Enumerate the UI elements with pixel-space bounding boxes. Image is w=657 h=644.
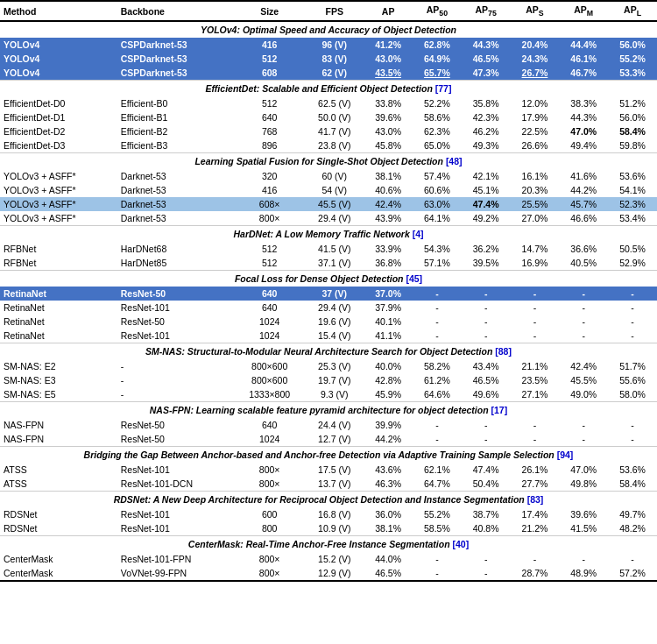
section-header-8: RDSNet: A New Deep Architecture for Reci… <box>0 492 657 508</box>
ap-cell: 43.5% <box>364 66 413 81</box>
method-cell: YOLOv3 + ASFF* <box>0 211 117 226</box>
fps-cell: 37.1 (V) <box>305 256 364 271</box>
apm-cell: 46.1% <box>559 52 608 66</box>
aps-cell: 17.9% <box>511 110 560 124</box>
ap75-cell: 46.5% <box>462 373 511 387</box>
ap-cell: 40.1% <box>364 315 413 329</box>
size-cell: 640 <box>234 418 305 432</box>
backbone-cell: ResNet-101 <box>117 463 234 477</box>
ap-cell: 42.8% <box>364 373 413 387</box>
aps-cell: 21.2% <box>511 521 560 536</box>
table-row: RetinaNetResNet-50102419.6 (V)40.1%----- <box>0 315 657 329</box>
apl-cell: 48.2% <box>608 521 657 536</box>
apm-cell: 39.6% <box>559 507 608 521</box>
ap75-cell: 47.4% <box>462 463 511 477</box>
method-cell: EfficientDet-D1 <box>0 110 117 124</box>
table-row: CenterMaskResNet-101-FPN800×15.2 (V)44.0… <box>0 552 657 566</box>
apl-cell: 58.4% <box>608 124 657 138</box>
ap50-cell: 64.1% <box>413 211 462 226</box>
ap-cell: 41.2% <box>364 38 413 52</box>
fps-cell: 15.4 (V) <box>305 329 364 343</box>
ap50-cell: 63.0% <box>413 197 462 211</box>
backbone-cell: Darknet-53 <box>117 211 234 226</box>
apm-cell: 49.0% <box>559 387 608 402</box>
ap50-cell: 58.2% <box>413 359 462 373</box>
apm-cell: - <box>559 287 608 301</box>
backbone-cell: HarDNet85 <box>117 256 234 271</box>
apm-cell: - <box>559 552 608 566</box>
ap-cell: 41.1% <box>364 329 413 343</box>
apl-cell: - <box>608 315 657 329</box>
table-row: EfficientDet-D0Efficient-B051262.5 (V)33… <box>0 96 657 110</box>
comparison-table: Method Backbone Size FPS AP AP50 AP75 AP… <box>0 0 657 582</box>
size-cell: 600 <box>234 507 305 521</box>
ap-cell: 39.9% <box>364 418 413 432</box>
fps-cell: 41.5 (V) <box>305 242 364 256</box>
ap-cell: 38.1% <box>364 169 413 183</box>
ap-cell: 44.2% <box>364 432 413 447</box>
aps-cell: 12.0% <box>511 96 560 110</box>
col-ap75: AP75 <box>462 1 511 21</box>
ap75-cell: 40.8% <box>462 521 511 536</box>
apm-cell: 46.6% <box>559 211 608 226</box>
table-row: EfficientDet-D1Efficient-B164050.0 (V)39… <box>0 110 657 124</box>
apm-cell: 38.3% <box>559 96 608 110</box>
ap50-cell: 62.1% <box>413 463 462 477</box>
backbone-cell: ResNet-101 <box>117 329 234 343</box>
backbone-cell: ResNet-101-FPN <box>117 552 234 566</box>
ap75-cell: - <box>462 418 511 432</box>
aps-cell: 26.6% <box>511 138 560 153</box>
fps-cell: 17.5 (V) <box>305 463 364 477</box>
section-header-0: YOLOv4: Optimal Speed and Accuracy of Ob… <box>0 21 657 38</box>
table-row: YOLOv3 + ASFF*Darknet-5332060 (V)38.1%57… <box>0 169 657 183</box>
fps-cell: 96 (V) <box>305 38 364 52</box>
ap75-cell: 46.2% <box>462 124 511 138</box>
fps-cell: 19.6 (V) <box>305 315 364 329</box>
backbone-cell: ResNet-50 <box>117 432 234 447</box>
fps-cell: 12.9 (V) <box>305 566 364 581</box>
apm-cell: 45.7% <box>559 197 608 211</box>
ap75-cell: 49.3% <box>462 138 511 153</box>
backbone-cell: ResNet-50 <box>117 287 234 301</box>
apl-cell: - <box>608 432 657 447</box>
aps-cell: - <box>511 301 560 315</box>
backbone-cell: ResNet-50 <box>117 315 234 329</box>
aps-cell: 25.5% <box>511 197 560 211</box>
method-cell: YOLOv3 + ASFF* <box>0 183 117 197</box>
ap75-cell: 45.1% <box>462 183 511 197</box>
size-cell: 512 <box>234 256 305 271</box>
apl-cell: 55.6% <box>608 373 657 387</box>
aps-cell: 21.1% <box>511 359 560 373</box>
method-cell: EfficientDet-D0 <box>0 96 117 110</box>
apm-cell: - <box>559 301 608 315</box>
method-cell: RFBNet <box>0 256 117 271</box>
ap75-cell: - <box>462 287 511 301</box>
ap50-cell: 57.4% <box>413 169 462 183</box>
method-cell: YOLOv4 <box>0 38 117 52</box>
apl-cell: - <box>608 552 657 566</box>
section-header-6: NAS-FPN: Learning scalable feature pyram… <box>0 402 657 419</box>
ap50-cell: 65.7% <box>413 66 462 81</box>
size-cell: 1333×800 <box>234 387 305 402</box>
ap50-cell: - <box>413 301 462 315</box>
ap75-cell: - <box>462 432 511 447</box>
fps-cell: 60 (V) <box>305 169 364 183</box>
table-row: SM-NAS: E2-800×60025.3 (V)40.0%58.2%43.4… <box>0 359 657 373</box>
method-cell: EfficientDet-D3 <box>0 138 117 153</box>
method-cell: RFBNet <box>0 242 117 256</box>
size-cell: 640 <box>234 301 305 315</box>
fps-cell: 15.2 (V) <box>305 552 364 566</box>
apl-cell: 49.7% <box>608 507 657 521</box>
ap-cell: 36.0% <box>364 507 413 521</box>
apl-cell: - <box>608 301 657 315</box>
apm-cell: - <box>559 315 608 329</box>
aps-cell: - <box>511 432 560 447</box>
ap75-cell: 35.8% <box>462 96 511 110</box>
ap-cell: 45.9% <box>364 387 413 402</box>
ap-cell: 33.8% <box>364 96 413 110</box>
size-cell: 800× <box>234 463 305 477</box>
size-cell: 640 <box>234 110 305 124</box>
table-row: SM-NAS: E3-800×60019.7 (V)42.8%61.2%46.5… <box>0 373 657 387</box>
table-row: RetinaNetResNet-101102415.4 (V)41.1%----… <box>0 329 657 343</box>
aps-cell: 16.9% <box>511 256 560 271</box>
